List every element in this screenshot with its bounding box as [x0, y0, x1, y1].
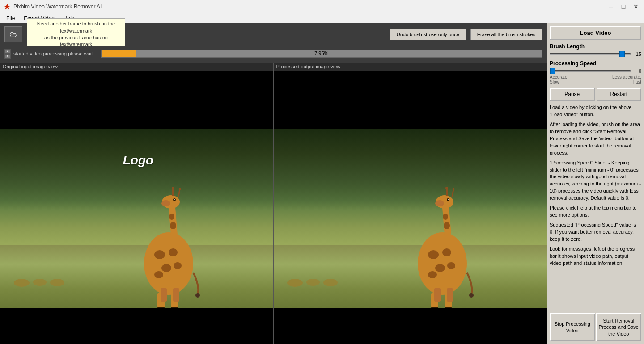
progress-label: 7.95% [102, 50, 542, 56]
svg-point-3 [169, 248, 178, 256]
brush-length-slider-row: 15 [550, 51, 641, 57]
pause-button[interactable]: Pause [550, 88, 595, 101]
processed-view-label: Processed output image view [273, 63, 547, 71]
processing-speed-slider-row: 0 [550, 68, 641, 74]
original-view: Logo [0, 71, 273, 344]
svg-point-26 [428, 250, 439, 259]
svg-point-48 [469, 293, 474, 298]
undo-button[interactable]: Undo brush stroke only once [390, 29, 466, 40]
close-button[interactable]: ✕ [631, 2, 640, 11]
speed-hint-left: Accurate,Slow [550, 75, 568, 84]
brush-length-label: Brush Length [550, 43, 641, 50]
svg-point-15 [172, 187, 174, 189]
svg-point-41 [435, 200, 444, 206]
brush-length-container: Brush Length 15 [550, 43, 641, 57]
processing-speed-value: 0 [632, 68, 641, 74]
original-view-label: Original input image view [0, 63, 273, 71]
processing-speed-track[interactable] [550, 70, 631, 72]
restart-button[interactable]: Restart [597, 88, 642, 101]
svg-rect-20 [161, 288, 167, 302]
toolbar: 🗁 Need another frame to brush on the tex… [0, 23, 547, 46]
svg-line-38 [452, 189, 453, 197]
svg-point-28 [435, 264, 445, 272]
black-bar-top-original [0, 71, 273, 129]
speed-slider-hints: Accurate,Slow Less accurate,Fast [550, 75, 641, 84]
svg-rect-22 [157, 307, 165, 308]
svg-point-8 [170, 222, 176, 229]
scroll-down-button[interactable]: ▼ [4, 54, 11, 59]
window-controls: ─ □ ✕ [606, 2, 640, 11]
stop-processing-button[interactable]: Stop Processing Video [550, 313, 595, 341]
app-icon [4, 3, 11, 10]
processing-speed-label: Processing Speed [550, 60, 641, 67]
info-para-5: Suggested "Processing Speed" value is 0.… [550, 222, 641, 243]
svg-point-27 [442, 248, 451, 256]
scroll-buttons: ▲ ▼ [4, 49, 11, 59]
svg-point-39 [445, 187, 448, 189]
svg-point-32 [444, 222, 450, 229]
speed-hint-right: Less accurate,Fast [612, 75, 641, 84]
svg-point-29 [447, 262, 455, 269]
original-giraffe-image[interactable]: Logo [0, 129, 273, 308]
processing-speed-thumb[interactable] [550, 68, 555, 74]
info-para-6: Look for messages, left of the progress … [550, 246, 641, 267]
svg-point-12 [174, 199, 175, 200]
info-text-area: Load a video by clicking on the above "L… [550, 104, 641, 310]
info-para-3: "Processing Speed" Slider - Keeping slid… [550, 159, 641, 202]
folder-icon: 🗁 [9, 30, 17, 39]
bottom-buttons: Stop Processing Video Start Removal Proc… [550, 313, 641, 341]
app-title: Pixbim Video Watermark Remover AI [13, 4, 606, 10]
processed-giraffe-image [274, 129, 547, 308]
svg-point-36 [448, 199, 449, 200]
info-para-1: Load a video by clicking on the above "L… [550, 104, 641, 118]
watermark-logo-text: Logo [123, 153, 164, 168]
pause-restart-row: Pause Restart [550, 88, 641, 101]
brush-length-thumb[interactable] [619, 51, 625, 57]
svg-rect-44 [434, 288, 441, 302]
processing-speed-container: Processing Speed 0 Accurate,Slow Less ac… [550, 60, 641, 84]
svg-point-2 [154, 250, 165, 259]
info-para-4: Please click Help at the top menu bar to… [550, 205, 641, 219]
brush-length-value: 15 [632, 51, 641, 57]
svg-point-11 [173, 198, 176, 201]
svg-rect-47 [445, 307, 452, 308]
status-text: started video processing please wait ... [13, 51, 98, 56]
start-removal-button[interactable]: Start Removal Process and Save the Video [596, 313, 642, 341]
scroll-up-button[interactable]: ▲ [4, 49, 11, 54]
progress-bar: 7.95% [101, 50, 542, 58]
svg-point-40 [452, 188, 454, 190]
svg-rect-45 [447, 288, 453, 302]
left-area: 🗁 Need another frame to brush on the tex… [0, 23, 547, 344]
svg-marker-7 [169, 208, 178, 235]
svg-rect-46 [431, 307, 438, 308]
svg-point-1 [144, 232, 193, 295]
progress-area: ▲ ▼ started video processing please wait… [0, 46, 547, 63]
tooltip-line1: Need another frame to brush on the text/… [37, 21, 115, 33]
maximize-button[interactable]: □ [619, 2, 628, 11]
views-container: Logo [0, 71, 547, 344]
svg-point-33 [443, 214, 448, 220]
svg-point-6 [154, 271, 163, 278]
minimize-button[interactable]: ─ [606, 2, 615, 11]
svg-marker-31 [442, 208, 451, 235]
svg-point-9 [169, 214, 174, 220]
svg-line-14 [178, 189, 180, 197]
load-video-button[interactable]: Load Video [550, 26, 641, 40]
brush-length-track[interactable] [550, 53, 631, 55]
open-folder-button[interactable]: 🗁 [4, 26, 22, 42]
svg-marker-0 [4, 4, 10, 10]
black-bar-bottom-processed [274, 308, 547, 344]
svg-rect-23 [171, 307, 178, 308]
svg-point-25 [418, 232, 467, 295]
menu-file[interactable]: File [2, 14, 19, 22]
image-views: Original input image view Processed outp… [0, 63, 547, 344]
svg-point-5 [174, 262, 182, 269]
processed-view [273, 71, 547, 344]
svg-point-24 [195, 293, 200, 298]
svg-point-16 [179, 188, 181, 190]
svg-point-17 [161, 200, 170, 206]
black-bar-bottom-original [0, 308, 273, 344]
erase-button[interactable]: Erase all the brush strokes [470, 29, 542, 40]
svg-point-30 [428, 271, 437, 278]
view-labels: Original input image view Processed outp… [0, 63, 547, 71]
